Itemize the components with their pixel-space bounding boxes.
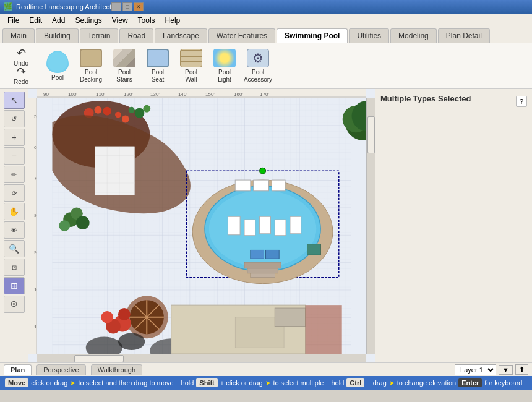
svg-rect-61 — [266, 250, 280, 259]
status-plus-drag: + drag — [367, 379, 387, 387]
help-button[interactable]: ? — [516, 96, 527, 107]
svg-text:130': 130' — [150, 92, 160, 97]
tab-plan-detail[interactable]: Plan Detail — [438, 28, 490, 43]
vscroll-thumb[interactable] — [367, 116, 375, 153]
select-tool[interactable]: ↖ — [4, 92, 25, 109]
status-to-select-multiple: to select multiple — [273, 379, 324, 387]
main-layout: ↖ ↺ + − ✏ ⟳ ✋ 👁 🔍 ⊡ ⊞ ⦿ 90' 100' 110' 12… — [0, 89, 532, 362]
svg-rect-53 — [254, 180, 269, 191]
status-arrow2: ➤ — [265, 379, 271, 387]
tab-swimming-pool[interactable]: Swimming Pool — [277, 28, 348, 43]
menu-edit[interactable]: Edit — [24, 15, 47, 26]
measure-tool[interactable]: ✏ — [4, 166, 25, 183]
pool-seat-icon — [147, 49, 169, 67]
svg-rect-55 — [228, 216, 240, 235]
svg-rect-0 — [37, 89, 366, 98]
status-to-select: to select and then drag to move — [78, 379, 173, 387]
pool-wall-icon — [180, 49, 202, 67]
tab-landscape[interactable]: Landscape — [155, 28, 207, 43]
menu-file[interactable]: File — [2, 15, 24, 26]
tab-building[interactable]: Building — [36, 28, 79, 43]
svg-rect-78 — [306, 305, 342, 354]
close-button[interactable]: ✕ — [134, 2, 144, 11]
menu-help[interactable]: Help — [160, 15, 186, 26]
ribbon-pool-light[interactable]: PoolLight — [208, 47, 241, 85]
ribbon-pool-wall[interactable]: PoolWall — [175, 47, 207, 85]
tab-water-features[interactable]: Water Features — [208, 28, 275, 43]
vertical-scrollbar[interactable] — [366, 98, 375, 354]
svg-point-43 — [59, 220, 70, 231]
ribbon-pool-accessory[interactable]: ⚙ PoolAccessory — [242, 47, 274, 85]
layer-dropdown[interactable]: Layer 1 — [455, 364, 496, 375]
svg-text:150': 150' — [205, 92, 215, 97]
svg-point-29 — [129, 107, 135, 113]
tab-modeling[interactable]: Modeling — [390, 28, 437, 43]
pool-stairs-icon — [113, 49, 135, 67]
svg-point-26 — [103, 107, 111, 116]
magnet-tool[interactable]: ⦿ — [4, 296, 25, 313]
svg-text:170': 170' — [260, 92, 269, 97]
svg-rect-58 — [275, 220, 286, 236]
rotate-tool[interactable]: ⟳ — [4, 184, 25, 202]
status-move-key: Move — [5, 378, 28, 387]
tab-road[interactable]: Road — [119, 28, 153, 43]
eye-tool[interactable]: 👁 — [4, 221, 25, 239]
svg-text:110': 110' — [96, 92, 105, 97]
undo-button[interactable]: ↶ Undo — [7, 48, 35, 66]
grid-tool[interactable]: ⊞ — [4, 277, 25, 294]
svg-rect-56 — [244, 220, 255, 236]
pan-tool[interactable]: ↺ — [4, 110, 25, 127]
svg-rect-60 — [251, 250, 264, 259]
ribbon-pool-seat[interactable]: PoolSeat — [142, 47, 174, 85]
left-tools-panel: ↖ ↺ + − ✏ ⟳ ✋ 👁 🔍 ⊡ ⊞ ⦿ — [0, 89, 28, 362]
minimize-button[interactable]: ─ — [111, 2, 121, 11]
status-ctrl-key: Ctrl — [346, 378, 364, 387]
layer-options-button[interactable]: ▼ — [499, 365, 513, 375]
hscroll-thumb[interactable] — [74, 355, 124, 362]
window-controls[interactable]: ─ □ ✕ — [111, 2, 144, 11]
tab-utilities[interactable]: Utilities — [349, 28, 389, 43]
menu-settings[interactable]: Settings — [70, 15, 106, 26]
magnify-tool[interactable]: 🔍 — [4, 240, 25, 257]
status-hold2: hold — [332, 379, 345, 387]
svg-text:140': 140' — [178, 92, 187, 97]
pool-light-icon — [213, 49, 236, 67]
zoom-out-tool[interactable]: − — [4, 147, 25, 165]
canvas-area[interactable]: 90' 100' 110' 120' 130' 140' 150' 160' 1… — [28, 89, 375, 362]
svg-text:160': 160' — [234, 92, 243, 97]
tab-terrain[interactable]: Terrain — [80, 28, 119, 43]
ruler-top: 90' 100' 110' 120' 130' 140' 150' 160' 1… — [37, 89, 366, 98]
svg-text:120': 120' — [124, 92, 133, 97]
bottom-bar: Plan Perspective Walkthrough Layer 1 ▼ ⬆ — [0, 362, 532, 376]
horizontal-scrollbar[interactable] — [37, 354, 366, 362]
design-canvas[interactable] — [37, 98, 366, 354]
layer-expand-button[interactable]: ⬆ — [515, 364, 528, 375]
hand-tool[interactable]: ✋ — [4, 203, 25, 220]
crop-tool[interactable]: ⊡ — [4, 259, 25, 276]
ribbon-pool[interactable]: Pool — [41, 47, 74, 85]
maximize-button[interactable]: □ — [122, 2, 132, 11]
view-tab-plan[interactable]: Plan — [4, 364, 32, 375]
ribbon-pool-decking[interactable]: PoolDecking — [75, 47, 107, 85]
titlebar: 🌿 Realtime Landscaping Architect ─ □ ✕ — [0, 0, 532, 14]
menu-tools[interactable]: Tools — [133, 15, 160, 26]
undo-redo-group: ↶ Undo ↷ Redo — [5, 48, 40, 84]
menu-add[interactable]: Add — [47, 15, 70, 26]
status-plus-click: + click or drag — [220, 379, 263, 387]
ribbon-pool-stairs[interactable]: PoolStairs — [108, 47, 140, 85]
menu-view[interactable]: View — [107, 15, 133, 26]
svg-rect-62 — [307, 244, 321, 255]
svg-text:90': 90' — [43, 92, 50, 97]
svg-point-27 — [115, 112, 121, 118]
svg-point-42 — [76, 216, 90, 229]
status-hold: hold — [181, 379, 194, 387]
tab-main[interactable]: Main — [2, 28, 35, 43]
view-tab-walkthrough[interactable]: Walkthrough — [91, 364, 142, 375]
svg-point-48 — [260, 168, 266, 174]
zoom-in-tool[interactable]: + — [4, 129, 25, 146]
view-tab-perspective[interactable]: Perspective — [36, 364, 85, 375]
svg-rect-57 — [260, 216, 271, 234]
redo-button[interactable]: ↷ Redo — [7, 67, 35, 84]
pool-icon — [46, 51, 69, 73]
menubar: File Edit Add Settings View Tools Help — [0, 14, 532, 27]
